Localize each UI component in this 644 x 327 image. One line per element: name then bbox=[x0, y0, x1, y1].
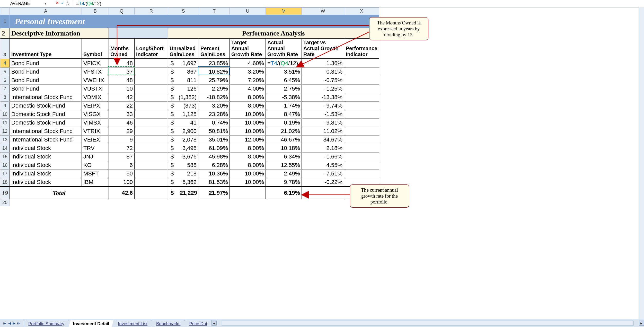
cell-6-A[interactable]: Bond Fund bbox=[10, 76, 82, 85]
cell-18-V[interactable]: 9.78% bbox=[266, 178, 302, 187]
row-hdr-3[interactable]: 3 bbox=[0, 39, 10, 59]
cell-14-W[interactable]: 2.18% bbox=[302, 144, 344, 153]
col-A[interactable]: A bbox=[10, 8, 82, 15]
cell-8-S[interactable]: $(1,382) bbox=[168, 93, 199, 102]
total-percent[interactable]: 21.97% bbox=[199, 187, 230, 199]
cell-11-T[interactable]: 0.74% bbox=[199, 119, 230, 127]
cell-8-T[interactable]: -18.82% bbox=[199, 93, 230, 102]
cell-16-B[interactable]: KO bbox=[82, 161, 109, 170]
row-hdr-15[interactable]: 15 bbox=[0, 153, 10, 161]
hdr-long-short[interactable]: Long/Short Indicator bbox=[135, 39, 168, 59]
row-hdr-12[interactable]: 12 bbox=[0, 127, 10, 136]
cell-5-R[interactable] bbox=[135, 68, 168, 76]
cell-16-R[interactable] bbox=[135, 161, 168, 170]
formula-input[interactable]: =T4/(Q4/12) bbox=[74, 1, 644, 7]
name-box-dropdown-icon[interactable]: ▼ bbox=[43, 2, 48, 5]
cell-9-S[interactable]: $(373) bbox=[168, 102, 199, 110]
cell-5-W[interactable]: 0.31% bbox=[302, 68, 344, 76]
cell-6-S[interactable]: $811 bbox=[168, 76, 199, 85]
cell-17-W[interactable]: -7.51% bbox=[302, 170, 344, 178]
cell-10-V[interactable]: 8.47% bbox=[266, 110, 302, 119]
worksheet[interactable]: A B Q R S T U V W X 1 Personal Investmen… bbox=[0, 7, 644, 327]
cell-5-Q[interactable]: 37 bbox=[109, 68, 135, 76]
cell-14-S[interactable]: $3,495 bbox=[168, 144, 199, 153]
row-hdr-13[interactable]: 13 bbox=[0, 136, 10, 144]
cell-4-Q[interactable]: 48 bbox=[109, 59, 135, 68]
cell-13-S[interactable]: $2,078 bbox=[168, 136, 199, 144]
cell-12-B[interactable]: VTRIX bbox=[82, 127, 109, 136]
cell-12-A[interactable]: International Stock Fund bbox=[10, 127, 82, 136]
cell-6-R[interactable] bbox=[135, 76, 168, 85]
hdr-unrealized[interactable]: Unrealized Gain/Loss bbox=[168, 39, 199, 59]
scroll-left-icon[interactable]: ◀ bbox=[211, 321, 217, 326]
cell-6-U[interactable]: 7.20% bbox=[230, 76, 266, 85]
row-hdr-17[interactable]: 17 bbox=[0, 170, 10, 178]
tab-portfolio-summary[interactable]: Portfolio Summary bbox=[24, 320, 69, 327]
cell-9-X[interactable] bbox=[344, 102, 379, 110]
horizontal-scrollbar[interactable]: ◀ ▶ bbox=[211, 319, 644, 327]
col-Q[interactable]: Q bbox=[109, 8, 135, 15]
cell-18-R[interactable] bbox=[135, 178, 168, 187]
row-hdr-7[interactable]: 7 bbox=[0, 85, 10, 93]
cell-13-U[interactable]: 12.00% bbox=[230, 136, 266, 144]
fx-icon[interactable]: fx bbox=[66, 1, 71, 6]
total-W[interactable] bbox=[302, 187, 344, 199]
cell-15-B[interactable]: JNJ bbox=[82, 153, 109, 161]
cell-13-V[interactable]: 46.67% bbox=[266, 136, 302, 144]
cell-10-W[interactable]: -1.53% bbox=[302, 110, 344, 119]
cell-8-U[interactable]: 8.00% bbox=[230, 93, 266, 102]
row-hdr-8[interactable]: 8 bbox=[0, 93, 10, 102]
cell-10-R[interactable] bbox=[135, 110, 168, 119]
section-performance[interactable]: Performance Analysis bbox=[168, 28, 379, 39]
cell-9-B[interactable]: VEIPX bbox=[82, 102, 109, 110]
cell-17-A[interactable]: Individual Stock bbox=[10, 170, 82, 178]
cell-4-X[interactable] bbox=[344, 59, 379, 68]
cell-14-X[interactable] bbox=[344, 144, 379, 153]
cell-16-T[interactable]: 6.28% bbox=[199, 161, 230, 170]
row-hdr-19[interactable]: 19 bbox=[0, 187, 10, 199]
cell-8-X[interactable] bbox=[344, 93, 379, 102]
cell-16-U[interactable]: 8.00% bbox=[230, 161, 266, 170]
row-hdr-2[interactable]: 2 bbox=[0, 28, 10, 39]
cell-10-X[interactable] bbox=[344, 110, 379, 119]
cell-16-A[interactable]: Individual Stock bbox=[10, 161, 82, 170]
cell-11-A[interactable]: Domestic Stock Fund bbox=[10, 119, 82, 127]
cell-15-Q[interactable]: 87 bbox=[109, 153, 135, 161]
total-actual-growth[interactable]: 6.19% bbox=[266, 187, 302, 199]
cell-8-Q[interactable]: 42 bbox=[109, 93, 135, 102]
cell-12-W[interactable]: 11.02% bbox=[302, 127, 344, 136]
cell-5-B[interactable]: VFSTX bbox=[82, 68, 109, 76]
col-T[interactable]: T bbox=[199, 8, 230, 15]
cell-8-B[interactable]: VDMIX bbox=[82, 93, 109, 102]
select-all[interactable] bbox=[0, 8, 10, 15]
cell-7-X[interactable] bbox=[344, 85, 379, 93]
tab-benchmarks[interactable]: Benchmarks bbox=[152, 320, 185, 327]
cell-15-U[interactable]: 8.00% bbox=[230, 153, 266, 161]
vertical-scrollbar[interactable] bbox=[639, 7, 644, 319]
row-hdr-9[interactable]: 9 bbox=[0, 102, 10, 110]
cell-5-T[interactable]: 10.82% bbox=[199, 68, 230, 76]
cell-18-Q[interactable]: 100 bbox=[109, 178, 135, 187]
row-hdr-4[interactable]: 4 bbox=[0, 59, 10, 68]
cell-11-W[interactable]: -9.81% bbox=[302, 119, 344, 127]
tab-investment-list[interactable]: Investment List bbox=[114, 320, 152, 327]
scroll-right-icon[interactable]: ▶ bbox=[639, 321, 644, 326]
cell-9-U[interactable]: 8.00% bbox=[230, 102, 266, 110]
cell-7-S[interactable]: $126 bbox=[168, 85, 199, 93]
cell-11-U[interactable]: 10.00% bbox=[230, 119, 266, 127]
page-title[interactable]: Personal Investment bbox=[10, 15, 109, 28]
cell-12-V[interactable]: 21.02% bbox=[266, 127, 302, 136]
cell-14-A[interactable]: Individual Stock bbox=[10, 144, 82, 153]
total-R[interactable] bbox=[135, 187, 168, 199]
enter-icon[interactable]: ✓ bbox=[61, 1, 64, 6]
cell-13-W[interactable]: 34.67% bbox=[302, 136, 344, 144]
cell-18-U[interactable]: 10.00% bbox=[230, 178, 266, 187]
cell-14-U[interactable]: 8.00% bbox=[230, 144, 266, 153]
cell-17-B[interactable]: MSFT bbox=[82, 170, 109, 178]
cell-9-Q[interactable]: 22 bbox=[109, 102, 135, 110]
cell-4-S[interactable]: $1,697 bbox=[168, 59, 199, 68]
cell-13-A[interactable]: International Stock Fund bbox=[10, 136, 82, 144]
cell-9-R[interactable] bbox=[135, 102, 168, 110]
cell-8-R[interactable] bbox=[135, 93, 168, 102]
cell-13-B[interactable]: VEIEX bbox=[82, 136, 109, 144]
